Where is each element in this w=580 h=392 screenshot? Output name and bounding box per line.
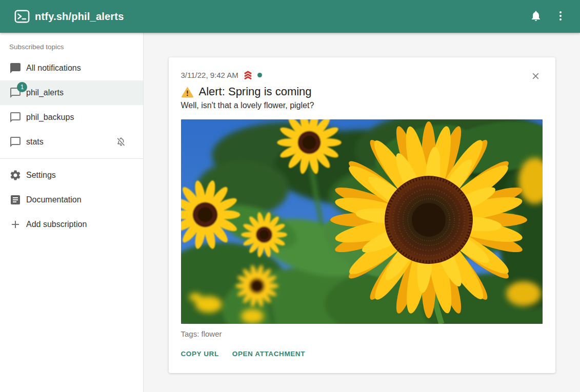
overflow-menu-button[interactable] — [548, 4, 573, 29]
sidebar-item-add-subscription[interactable]: Add subscription — [0, 212, 143, 237]
sidebar-item-stats[interactable]: stats — [0, 130, 143, 154]
overflow-menu-icon — [554, 10, 567, 24]
notifications-bell-icon — [530, 10, 542, 24]
timestamp: 3/11/22, 9:42 AM — [181, 71, 238, 79]
chat-bubble-outline-icon — [9, 111, 22, 123]
subscribed-topics-label: Subscribed topics — [0, 34, 143, 56]
notification-title: Alert: Spring is coming — [199, 85, 312, 98]
sidebar-item-label: Settings — [26, 171, 56, 180]
close-button[interactable] — [529, 70, 543, 84]
notification-tags: Tags: flower — [181, 329, 543, 338]
notification-card: 3/11/22, 9:42 AM — [169, 57, 555, 373]
settings-gear-icon — [9, 169, 22, 181]
plus-icon — [9, 218, 22, 231]
warning-icon — [181, 86, 194, 98]
app-bar: ntfy.sh/phil_alerts — [0, 0, 580, 33]
sidebar-item-label: Documentation — [26, 195, 82, 204]
close-icon — [530, 71, 541, 83]
sidebar-item-label: Add subscription — [26, 220, 87, 229]
chat-bubble-filled-icon — [9, 62, 22, 74]
terminal-logo-icon — [14, 9, 30, 24]
sidebar-item-documentation[interactable]: Documentation — [0, 188, 143, 212]
unread-dot — [257, 73, 262, 77]
sidebar-item-settings[interactable]: Settings — [0, 163, 143, 188]
chat-bubble-outline-icon — [9, 136, 22, 148]
chat-bubble-outline-icon: 1 — [9, 87, 22, 99]
notifications-off-icon — [115, 136, 127, 148]
sidebar: Subscribed topics All notifications 1 ph… — [0, 33, 144, 392]
notification-body: Well, isn't that a lovely flower, piglet… — [181, 101, 543, 110]
priority-max-icon — [243, 70, 253, 80]
copy-url-button[interactable]: COPY URL — [181, 348, 219, 360]
sidebar-divider — [0, 158, 143, 159]
app-title: ntfy.sh/phil_alerts — [35, 11, 124, 23]
notification-title-row: Alert: Spring is coming — [181, 85, 543, 98]
sidebar-item-label: phil_alerts — [26, 88, 64, 97]
sidebar-item-label: phil_backups — [26, 113, 74, 122]
notification-meta: 3/11/22, 9:42 AM — [181, 70, 543, 80]
sidebar-item-all-notifications[interactable]: All notifications — [0, 56, 143, 80]
main-content: 3/11/22, 9:42 AM — [144, 33, 580, 392]
notification-actions: COPY URL OPEN ATTACHMENT — [181, 348, 543, 360]
sidebar-item-label: All notifications — [26, 64, 81, 73]
document-icon — [9, 194, 22, 206]
sidebar-item-phil-alerts[interactable]: 1 phil_alerts — [0, 80, 143, 105]
open-attachment-button[interactable]: OPEN ATTACHMENT — [232, 348, 305, 360]
attachment-image[interactable] — [181, 119, 543, 324]
sidebar-item-phil-backups[interactable]: phil_backups — [0, 105, 143, 130]
unread-count-badge: 1 — [17, 82, 27, 92]
sidebar-item-label: stats — [26, 137, 44, 147]
notifications-bell-button[interactable] — [524, 4, 548, 29]
